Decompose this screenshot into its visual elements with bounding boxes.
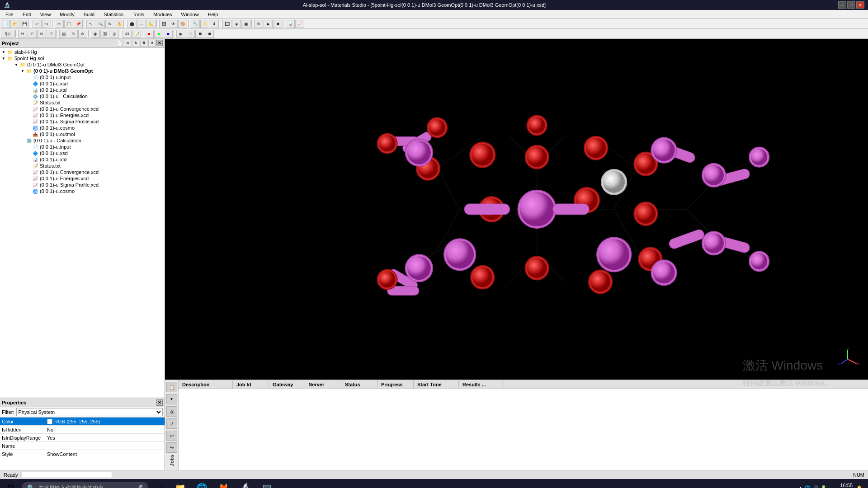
frag-btn[interactable]: ◎	[110, 30, 119, 38]
tree-item-001-u-input2[interactable]: 📄(0 0 1)-u.input	[1, 144, 164, 150]
element1[interactable]: H	[18, 30, 27, 38]
col-description[interactable]: Description	[179, 380, 233, 389]
pan-btn[interactable]: ✋	[115, 20, 124, 28]
tree-item-status-txt2[interactable]: 📝Status.txt	[1, 163, 164, 169]
project-sort-btn[interactable]: ⇅	[140, 40, 147, 47]
tree-item-001-u-xtd2[interactable]: 📊(0 0 1)-u.xtd	[1, 156, 164, 163]
display-btn[interactable]: 👁	[169, 20, 178, 28]
project-close-btn[interactable]: ✕	[156, 40, 163, 46]
tree-item-5point-Hg-sol[interactable]: ▼📁5point-Hg-sol	[1, 55, 164, 61]
prop-row-0[interactable]: ColorRGB (255, 255, 255)	[0, 418, 165, 426]
menu-view[interactable]: View	[37, 11, 55, 18]
play-btn[interactable]: ▶	[176, 30, 185, 38]
tray-arrow[interactable]: ∧	[799, 485, 802, 488]
chain-btn[interactable]: ⛓	[100, 30, 109, 38]
filter-select[interactable]: Physical System	[16, 408, 163, 416]
redo-btn[interactable]: ↪	[42, 20, 51, 28]
tree-item-001-u-calc[interactable]: ⚙️(0 0 1)-u - Calculation	[1, 93, 164, 99]
analysis-btn[interactable]: 📈	[295, 20, 304, 28]
jobs-btn-2[interactable]: ▼	[166, 394, 177, 404]
run-btn[interactable]: ▶	[264, 20, 273, 28]
menu-tools[interactable]: Tools	[129, 11, 148, 18]
viewport-3d[interactable]: X Y Z	[165, 39, 868, 380]
col-gateway[interactable]: Gateway	[269, 380, 305, 389]
tree-item-001-u-sigma2[interactable]: 📈(0 0 1)-u Sigma Profile.xcd	[1, 182, 164, 188]
element2[interactable]: C	[28, 30, 37, 38]
minimize-button[interactable]: ─	[838, 1, 846, 9]
annot-btn[interactable]: 📝	[132, 30, 141, 38]
properties-close-btn[interactable]: ✕	[156, 399, 163, 406]
tree-item-001-u-xsd2[interactable]: 🔷(0 0 1)-u.xsd	[1, 150, 164, 156]
taskbar-app-materials[interactable]: 🔬	[235, 480, 255, 488]
copy-btn[interactable]: 📋	[64, 20, 73, 28]
element3[interactable]: N	[37, 30, 46, 38]
menu-modules[interactable]: Modules	[150, 11, 176, 18]
taskbar-search[interactable]: 🔍 在这里输入你要搜索的内容 🎤	[22, 482, 148, 488]
color4-btn[interactable]: ■	[164, 30, 173, 38]
col-status[interactable]: Status	[341, 380, 377, 389]
view1[interactable]: ▤	[59, 30, 68, 38]
color3-btn[interactable]: ■	[154, 30, 163, 38]
color2-btn[interactable]: ■	[145, 30, 154, 38]
tree-item-001-u-convergence2[interactable]: 📈(0 0 1)-u Convergence.xcd	[1, 169, 164, 175]
paste-btn[interactable]: 📌	[74, 20, 83, 28]
bond-btn[interactable]: —	[137, 20, 146, 28]
menu-statistics[interactable]: Statistics	[100, 11, 127, 18]
col-results[interactable]: Results ...	[459, 380, 504, 389]
col-server[interactable]: Server	[305, 380, 341, 389]
open-btn[interactable]: 📂	[10, 20, 19, 28]
tree-item-slab-H-Hg[interactable]: ▼📁slab-H-Hg	[1, 49, 164, 55]
prop-row-1[interactable]: IsHiddenNo	[0, 426, 165, 434]
tree-item-001-u-calc2[interactable]: ⚙️(0 0 1)-u - Calculation	[1, 137, 164, 144]
chart-btn[interactable]: 📊	[286, 20, 295, 28]
prop-row-3[interactable]: Name	[0, 442, 165, 450]
tree-item-001-u-cosmo[interactable]: 🌀(0 0 1)-u.cosmo	[1, 125, 164, 131]
rotate-btn[interactable]: ↻	[105, 20, 114, 28]
render-btn[interactable]: 🖼	[159, 20, 168, 28]
jobs-btn-6[interactable]: ↪	[166, 442, 177, 453]
measure-btn[interactable]: 📐	[146, 20, 156, 28]
menu-modify[interactable]: Modify	[56, 11, 78, 18]
taskbar-app-terminal[interactable]: 💻	[257, 480, 277, 488]
build-btn[interactable]: 🔧	[191, 20, 200, 28]
minimize-structure-btn[interactable]: ⬇	[210, 20, 219, 28]
periodic-btn[interactable]: 🔲	[222, 20, 231, 28]
menu-window[interactable]: Window	[178, 11, 203, 18]
taskview-btn[interactable]: ❑	[150, 480, 168, 488]
prop-row-4[interactable]: StyleShowContent	[0, 450, 165, 458]
tree-item-001-u-convergence[interactable]: 📈(0 0 1)-u Convergence.xcd	[1, 106, 164, 112]
symmetry-btn[interactable]: ◈	[232, 20, 241, 28]
stop-btn[interactable]: ⏹	[273, 20, 282, 28]
col-progress[interactable]: Progress	[377, 380, 414, 389]
new-btn[interactable]: 📄	[1, 20, 10, 28]
close-button[interactable]: ✕	[856, 1, 864, 9]
notification-icon[interactable]: 🔔	[856, 485, 863, 488]
view3[interactable]: ⊗	[78, 30, 87, 38]
stop2-btn[interactable]: ⏹	[195, 30, 204, 38]
tree-item-001-u-sigma[interactable]: 📈(0 0 1)-u Sigma Profile.xcd	[1, 118, 164, 125]
element4[interactable]: O	[47, 30, 56, 38]
project-delete-btn[interactable]: ✕	[124, 40, 131, 47]
tree-item-001-u-xtd[interactable]: 📊(0 0 1)-u.xtd	[1, 87, 164, 93]
jobs-btn-5[interactable]: ↩	[166, 431, 177, 441]
tree-item-status-txt[interactable]: 📝Status.txt	[1, 99, 164, 106]
tree-item-001-u-input[interactable]: 📄(0 0 1)-u.input	[1, 74, 164, 80]
project-new-btn[interactable]: 📄	[116, 40, 123, 47]
start-button[interactable]: ⊞	[2, 480, 20, 488]
col-jobid[interactable]: Job Id	[233, 380, 269, 389]
surface-btn[interactable]: ▣	[241, 20, 250, 28]
select-btn[interactable]: ↖	[86, 20, 95, 28]
zoom-btn[interactable]: 🔍	[96, 20, 105, 28]
record-btn[interactable]: ⏺	[205, 30, 214, 38]
undo-btn[interactable]: ↩	[33, 20, 42, 28]
menu-file[interactable]: File	[2, 11, 17, 18]
view2[interactable]: ⊕	[69, 30, 78, 38]
label-btn[interactable]: 🏷	[123, 30, 132, 38]
jobs-btn-3[interactable]: 🖨	[166, 406, 177, 417]
tree-item-001-u-cosmo2[interactable]: 🌀(0 0 1)-u.cosmo	[1, 188, 164, 194]
jobs-btn-1[interactable]: 📋	[166, 382, 177, 392]
pause-btn[interactable]: ⏸	[186, 30, 195, 38]
project-refresh-btn[interactable]: ↻	[132, 40, 139, 47]
calc-btn[interactable]: ⚙	[254, 20, 263, 28]
col-starttime[interactable]: Start Time	[414, 380, 459, 389]
